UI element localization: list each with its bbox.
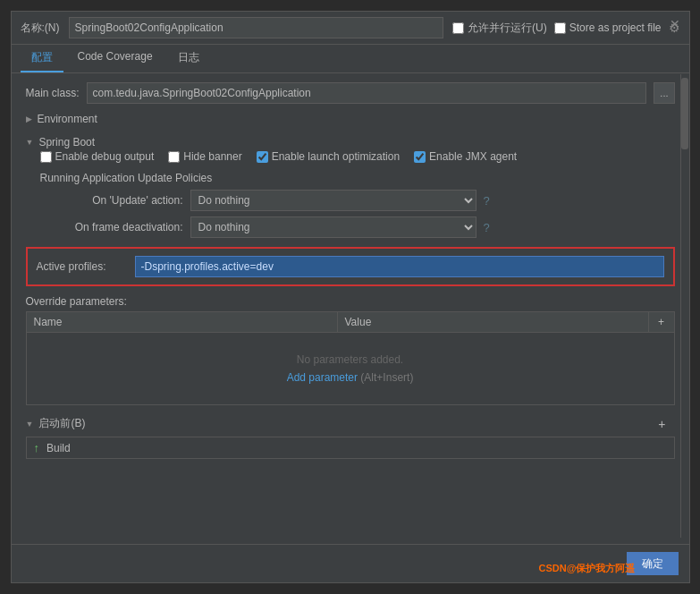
params-table: Name Value + No parameters added. Add pa… xyxy=(26,311,675,405)
on-frame-row: On frame deactivation: Do nothing ? xyxy=(40,216,675,238)
spring-boot-content: Enable debug output Hide banner Enable l… xyxy=(26,150,675,238)
params-value-col-header: Value xyxy=(338,312,649,332)
on-update-help-icon[interactable]: ? xyxy=(484,194,490,208)
allow-parallel-checkbox[interactable] xyxy=(452,22,464,34)
on-frame-label: On frame deactivation: xyxy=(40,221,183,233)
on-frame-select[interactable]: Do nothing xyxy=(190,216,477,238)
hide-banner-label[interactable]: Hide banner xyxy=(168,150,241,163)
active-profiles-input[interactable] xyxy=(135,256,664,277)
debug-output-label[interactable]: Enable debug output xyxy=(40,150,155,163)
environment-toggle-icon: ▶ xyxy=(26,115,32,123)
override-params-section: Override parameters: Name Value + No par… xyxy=(26,295,675,405)
jmx-agent-label[interactable]: Enable JMX agent xyxy=(414,150,517,163)
add-param-shortcut: (Alt+Insert) xyxy=(360,371,413,384)
main-class-input[interactable] xyxy=(87,82,647,104)
on-update-label: On 'Update' action: xyxy=(40,194,183,207)
active-profiles-section: Active profiles: xyxy=(26,247,675,286)
bottom-bar: 确定 CSDN@保护我方阿遥 xyxy=(12,544,689,582)
build-icon: ↑ xyxy=(34,441,40,454)
main-class-browse-button[interactable]: ... xyxy=(654,82,674,104)
main-content: Main class: ... ▶ Environment ▼ Spring B… xyxy=(12,73,689,544)
title-bar: 名称:(N) 允许并行运行(U) Store as project file ⚙ xyxy=(12,12,689,45)
active-profiles-label: Active profiles: xyxy=(37,260,126,273)
before-launch-add-button[interactable]: + xyxy=(658,417,665,431)
params-table-header: Name Value + xyxy=(27,312,674,333)
launch-opt-label[interactable]: Enable launch optimization xyxy=(257,150,400,163)
on-update-select[interactable]: Do nothing xyxy=(190,190,477,211)
allow-parallel-label[interactable]: 允许并行运行(U) xyxy=(452,21,547,36)
build-row: ↑ Build xyxy=(26,437,675,459)
environment-label: Environment xyxy=(38,113,97,125)
params-name-col-header: Name xyxy=(27,312,338,332)
add-param-link[interactable]: Add parameter xyxy=(287,371,358,384)
main-class-row: Main class: ... xyxy=(26,82,675,104)
tab-log[interactable]: 日志 xyxy=(167,45,210,72)
run-config-dialog: ✕ 名称:(N) 允许并行运行(U) Store as project file… xyxy=(11,11,690,583)
debug-output-checkbox[interactable] xyxy=(40,151,52,163)
name-label: 名称:(N) xyxy=(21,21,60,36)
scrollbar-thumb xyxy=(681,78,688,149)
before-launch-toggle-icon: ▼ xyxy=(26,420,34,429)
params-add-button[interactable]: + xyxy=(649,312,674,332)
before-launch-label: 启动前(B) xyxy=(38,416,85,431)
spring-boot-toggle[interactable]: ▼ Spring Boot xyxy=(26,134,675,150)
scrollbar[interactable] xyxy=(680,74,689,538)
tab-config[interactable]: 配置 xyxy=(21,45,63,72)
build-label: Build xyxy=(46,442,71,454)
spring-boot-checkboxes: Enable debug output Hide banner Enable l… xyxy=(40,150,675,163)
add-param-row: Add parameter (Alt+Insert) xyxy=(287,371,414,384)
no-params-text: No parameters added. xyxy=(297,353,403,366)
tab-coverage[interactable]: Code Coverage xyxy=(67,45,164,72)
tab-bar: 配置 Code Coverage 日志 xyxy=(12,45,689,73)
environment-section-toggle[interactable]: ▶ Environment xyxy=(26,111,675,127)
hide-banner-checkbox[interactable] xyxy=(168,151,180,163)
spring-boot-label: Spring Boot xyxy=(38,136,95,148)
on-update-row: On 'Update' action: Do nothing ? xyxy=(40,190,675,211)
override-params-label: Override parameters: xyxy=(26,295,675,308)
store-project-checkbox[interactable] xyxy=(554,22,566,34)
running-update-label: Running Application Update Policies xyxy=(40,172,675,184)
spring-boot-toggle-icon: ▼ xyxy=(26,138,34,147)
running-update-section: Running Application Update Policies On '… xyxy=(40,168,675,238)
main-class-label: Main class: xyxy=(26,87,80,99)
store-project-label[interactable]: Store as project file xyxy=(554,21,662,34)
name-input[interactable] xyxy=(69,17,444,38)
close-button[interactable]: ✕ xyxy=(664,15,686,33)
params-table-body: No parameters added. Add parameter (Alt+… xyxy=(27,333,674,404)
launch-opt-checkbox[interactable] xyxy=(257,151,268,163)
spring-boot-section: ▼ Spring Boot Enable debug output Hide b… xyxy=(26,134,675,238)
before-launch-section: ▼ 启动前(B) + ↑ Build xyxy=(26,416,675,459)
on-frame-help-icon[interactable]: ? xyxy=(484,221,490,234)
watermark-text: CSDN@保护我方阿遥 xyxy=(539,562,636,575)
title-right-controls: 允许并行运行(U) Store as project file ⚙ xyxy=(452,21,679,36)
jmx-agent-checkbox[interactable] xyxy=(414,151,426,163)
before-launch-header: ▼ 启动前(B) + xyxy=(26,416,675,431)
